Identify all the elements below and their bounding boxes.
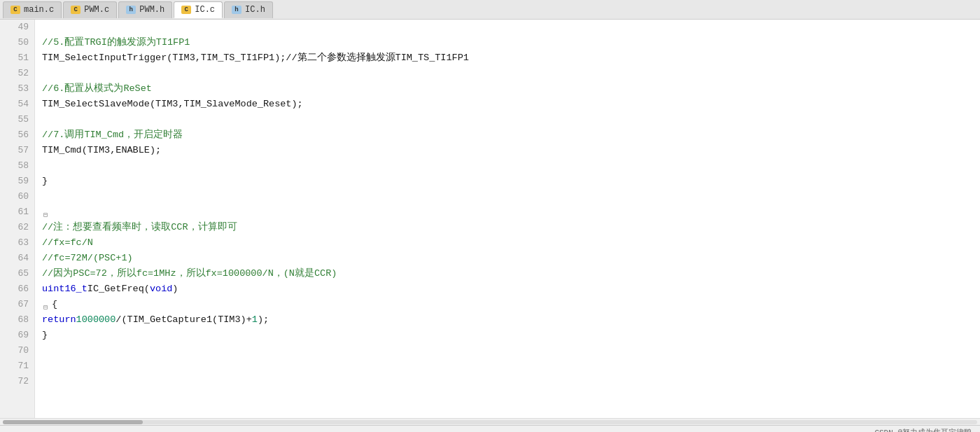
- code-line: [42, 343, 980, 358]
- tab-pwm-c[interactable]: C PWM.c: [63, 1, 117, 18]
- code-comment: //6.配置从模式为ReSet: [42, 81, 152, 97]
- line-number: 53: [0, 81, 34, 97]
- tab-main-c[interactable]: C main.c: [3, 1, 62, 18]
- code-return-kw: return: [42, 312, 76, 328]
- code-line: [42, 158, 980, 174]
- line-number: 51: [0, 50, 34, 66]
- tab-label-pwm-h: PWM.h: [139, 5, 164, 15]
- code-line: [42, 20, 980, 35]
- code-keyword: uint16_t: [42, 281, 88, 297]
- code-line: TIM_Cmd(TIM3,ENABLE);: [42, 143, 980, 158]
- code-line: uint16_t IC_GetFreq(void): [42, 281, 980, 297]
- tab-ic-h[interactable]: h IC.h: [224, 1, 273, 18]
- line-number: 69: [0, 328, 34, 343]
- tab-icon-ic-c: C: [181, 6, 191, 14]
- fold-icon-67[interactable]: ⊟: [43, 300, 52, 309]
- code-number: 1000000: [76, 312, 116, 328]
- code-plain2: ): [172, 281, 178, 297]
- tab-icon-main-c: C: [10, 6, 20, 14]
- line-number: 49: [0, 20, 34, 35]
- code-plain-text: }: [42, 328, 48, 343]
- code-line: //fc=72M/(PSC+1): [42, 251, 980, 266]
- tab-icon-pwm-c: C: [71, 6, 80, 14]
- line-number: 70: [0, 343, 34, 358]
- code-line: [42, 189, 980, 204]
- line-number: 58: [0, 158, 34, 174]
- code-line: return 1000000/(TIM_GetCapture1(TIM3)+1)…: [42, 312, 980, 328]
- line-number: 61: [0, 204, 34, 220]
- code-line: TIM_SelectSlaveMode(TIM3,TIM_SlaveMode_R…: [42, 97, 980, 112]
- line-number: 72: [0, 374, 34, 389]
- code-line: [42, 358, 980, 374]
- code-text: TIM_SelectSlaveMode(TIM3,TIM_SlaveMode_R…: [42, 97, 303, 112]
- code-comment: //fx=fc/N: [42, 235, 93, 251]
- code-line: //5.配置TRGI的触发源为TI1FP1: [42, 35, 980, 50]
- line-number: 54: [0, 97, 34, 112]
- line-number: 65: [0, 266, 34, 281]
- code-comment: //fc=72M/(PSC+1): [42, 251, 133, 266]
- code-line: [42, 374, 980, 389]
- code-comment: //5.配置TRGI的触发源为TI1FP1: [42, 35, 190, 50]
- status-bar: CSDN @努力成为焦耳定律鸭: [0, 425, 980, 432]
- line-number: 60: [0, 189, 34, 204]
- tab-icon-pwm-h: h: [126, 6, 136, 14]
- tab-bar: C main.c C PWM.c h PWM.h C IC.c h IC.h: [0, 0, 980, 20]
- code-text: TIM_SelectInputTrigger(TIM3,TIM_TS_TI1FP…: [42, 50, 469, 66]
- line-number: 66: [0, 281, 34, 297]
- code-line: //注：想要查看频率时，读取CCR，计算即可: [42, 220, 980, 235]
- code-line: //fx=fc/N: [42, 235, 980, 251]
- tab-pwm-h[interactable]: h PWM.h: [118, 1, 172, 18]
- code-line: ⊟: [42, 204, 980, 220]
- status-text: CSDN @努力成为焦耳定律鸭: [874, 427, 972, 432]
- code-plain-text: }: [42, 174, 48, 189]
- line-number: 52: [0, 66, 34, 81]
- line-number: 59: [0, 174, 34, 189]
- line-number: 50: [0, 35, 34, 50]
- code-return-end: );: [258, 312, 269, 328]
- code-brace: {: [52, 297, 57, 312]
- tab-icon-ic-h: h: [232, 6, 241, 14]
- scrollbar-track[interactable]: [3, 420, 977, 424]
- scrollbar-thumb[interactable]: [3, 420, 143, 424]
- code-line: [42, 112, 980, 127]
- editor-area: 4950515253545556575859606162636465666768…: [0, 20, 980, 418]
- fold-icon[interactable]: ⊟: [43, 208, 52, 216]
- code-comment: //因为PSC=72，所以fc=1MHz，所以fx=1000000/N，(N就是…: [42, 266, 337, 281]
- line-number: 67: [0, 297, 34, 312]
- code-comment: //注：想要查看频率时，读取CCR，计算即可: [42, 220, 237, 235]
- line-number: 63: [0, 235, 34, 251]
- code-content[interactable]: //5.配置TRGI的触发源为TI1FP1 TIM_SelectInputTri…: [35, 20, 980, 418]
- line-number: 62: [0, 220, 34, 235]
- code-number2: 1: [252, 312, 258, 328]
- code-line: //因为PSC=72，所以fc=1MHz，所以fx=1000000/N，(N就是…: [42, 266, 980, 281]
- tab-label-ic-c: IC.c: [195, 5, 215, 15]
- tab-label-main-c: main.c: [24, 5, 54, 15]
- code-return-rest: /(TIM_GetCapture1(TIM3)+: [115, 312, 251, 328]
- line-number: 68: [0, 312, 34, 328]
- scrollbar-area[interactable]: [0, 418, 980, 425]
- code-comment: //7.调用TIM_Cmd，开启定时器: [42, 127, 183, 143]
- line-number: 55: [0, 112, 34, 127]
- code-plain: IC_GetFreq(: [88, 281, 150, 297]
- code-line: ⊟{: [42, 297, 980, 312]
- line-number: 57: [0, 143, 34, 158]
- code-line: //7.调用TIM_Cmd，开启定时器: [42, 127, 980, 143]
- line-number: 56: [0, 127, 34, 143]
- code-line: //6.配置从模式为ReSet: [42, 81, 980, 97]
- code-line: }: [42, 174, 980, 189]
- line-numbers: 4950515253545556575859606162636465666768…: [0, 20, 35, 418]
- code-keyword2: void: [150, 281, 172, 297]
- code-line: }: [42, 328, 980, 343]
- tab-label-pwm-c: PWM.c: [84, 5, 109, 15]
- tab-ic-c[interactable]: C IC.c: [174, 1, 223, 18]
- line-number: 71: [0, 358, 34, 374]
- tab-label-ic-h: IC.h: [245, 5, 265, 15]
- code-line: [42, 66, 980, 81]
- code-line: TIM_SelectInputTrigger(TIM3,TIM_TS_TI1FP…: [42, 50, 980, 66]
- code-text: TIM_Cmd(TIM3,ENABLE);: [42, 143, 161, 158]
- line-number: 64: [0, 251, 34, 266]
